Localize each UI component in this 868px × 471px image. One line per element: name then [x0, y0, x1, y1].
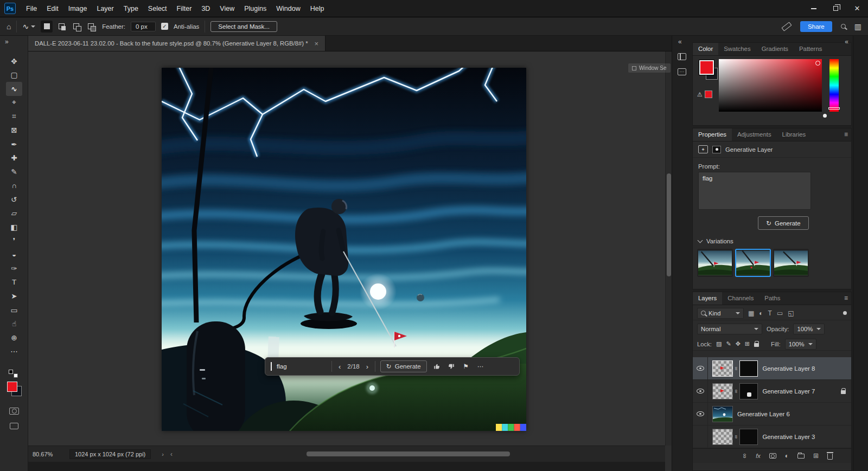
close-button[interactable]: ✕ — [846, 0, 868, 17]
thumbs-up-icon[interactable] — [432, 363, 442, 370]
gradient-tool[interactable]: ◧ — [6, 220, 22, 234]
add-to-selection-button[interactable] — [55, 21, 67, 33]
tab-swatches[interactable]: Swatches — [718, 43, 756, 55]
gamut-warning[interactable]: ⚠ — [697, 91, 712, 98]
visibility-toggle[interactable] — [693, 357, 708, 379]
color-picker-marker[interactable] — [815, 61, 820, 66]
filter-toggle-icon[interactable] — [843, 311, 847, 315]
layer-mask-thumbnail[interactable] — [739, 360, 758, 377]
lock-position-icon[interactable]: ✥ — [736, 340, 741, 347]
layer-thumbnail[interactable] — [712, 360, 733, 377]
visibility-toggle[interactable] — [693, 380, 708, 402]
generate-button[interactable]: ↻ Generate — [380, 360, 427, 372]
horizontal-scrollbar[interactable] — [191, 451, 660, 457]
tab-adjustments[interactable]: Adjustments — [732, 128, 777, 141]
tab-gradients[interactable]: Gradients — [756, 43, 794, 55]
history-panel-icon[interactable] — [678, 53, 686, 60]
hue-slider-dot[interactable] — [823, 114, 827, 118]
layer-row-generative-layer-6[interactable]: Generative Layer 6 — [693, 403, 851, 425]
previous-variation-button[interactable]: ‹ — [337, 363, 342, 371]
fill-select[interactable]: 100% — [785, 339, 816, 350]
hue-slider-marker[interactable] — [828, 107, 840, 109]
tab-channels[interactable]: Channels — [722, 292, 759, 305]
filter-smart-objects-icon[interactable]: ◱ — [788, 309, 794, 317]
comments-panel-icon[interactable]: ⋯ — [678, 68, 686, 75]
menu-window[interactable]: Window — [271, 0, 305, 17]
rectangle-tool[interactable]: ▭ — [6, 303, 22, 317]
expand-dock-icon[interactable]: « — [678, 38, 682, 46]
object-selection-tool[interactable]: ⌖ — [6, 96, 22, 110]
link-layers-icon[interactable]: ∞ — [741, 454, 749, 459]
filter-pixel-layers-icon[interactable]: ▦ — [748, 309, 754, 317]
status-options-chevron[interactable]: › — [162, 451, 164, 457]
rectangular-marquee-tool[interactable]: ▢ — [6, 68, 22, 82]
next-variation-button[interactable]: › — [365, 363, 370, 371]
layer-name[interactable]: Generative Layer 8 — [762, 365, 815, 372]
pen-tool[interactable]: ✑ — [6, 262, 22, 276]
variations-header[interactable]: Variations — [698, 238, 733, 244]
visibility-toggle-hidden[interactable] — [693, 425, 708, 448]
saturation-brightness-field[interactable] — [719, 59, 822, 112]
type-tool[interactable]: T — [6, 275, 22, 289]
layer-thumbnail[interactable] — [712, 383, 733, 399]
hand-tool[interactable]: ☝ — [6, 317, 22, 331]
panel-menu-icon[interactable]: ≡ — [844, 294, 848, 302]
dodge-tool[interactable]: ◒ — [6, 248, 22, 262]
brush-tool[interactable]: ✎ — [6, 165, 22, 179]
collapse-panels-icon[interactable]: « — [845, 38, 848, 46]
vertical-scrollbar-thumb[interactable] — [667, 173, 671, 276]
share-button[interactable]: Share — [800, 21, 832, 32]
feather-input[interactable]: 0 px — [131, 22, 156, 31]
layer-name[interactable]: Generative Layer 3 — [762, 434, 815, 440]
filter-shape-layers-icon[interactable]: ▭ — [777, 309, 783, 317]
eraser-tool[interactable]: ▱ — [6, 207, 22, 221]
blur-tool[interactable]: ❜ — [6, 234, 22, 248]
menu-plugins[interactable]: Plugins — [239, 0, 271, 17]
tab-layers[interactable]: Layers — [693, 292, 722, 305]
more-options-icon[interactable]: ⋯ — [476, 363, 486, 370]
thumbs-down-icon[interactable] — [446, 363, 456, 370]
more-tools-button[interactable]: ⋯ — [6, 345, 22, 359]
menu-help[interactable]: Help — [305, 0, 329, 17]
lasso-tool[interactable]: ∿ — [6, 82, 22, 96]
anti-alias-checkbox[interactable]: ✓ — [161, 23, 168, 30]
foreground-color-swatch[interactable] — [7, 382, 17, 392]
layer-mask-thumbnail[interactable] — [739, 383, 758, 399]
menu-layer[interactable]: Layer — [92, 0, 118, 17]
crop-tool[interactable]: ⌗ — [6, 109, 22, 124]
current-tool-button[interactable]: ∿ — [22, 22, 35, 31]
tab-libraries[interactable]: Libraries — [777, 128, 812, 141]
lock-all-icon[interactable] — [754, 343, 759, 347]
workspace-switcher-icon[interactable]: ▥ — [854, 22, 861, 31]
new-group-icon[interactable] — [797, 454, 805, 459]
home-icon[interactable]: ⌂ — [7, 22, 11, 31]
minimize-button[interactable] — [803, 0, 825, 17]
lock-artboard-icon[interactable]: ⊞ — [745, 340, 750, 347]
layer-row-generative-layer-3[interactable]: ∞ Generative Layer 3 — [693, 425, 851, 448]
path-selection-tool[interactable]: ➤ — [6, 289, 22, 304]
horizontal-scrollbar-thumb[interactable] — [307, 451, 510, 456]
menu-view[interactable]: View — [215, 0, 239, 17]
layer-thumbnail[interactable] — [712, 429, 733, 445]
layer-row-generative-layer-8[interactable]: ∞ Generative Layer 8 — [693, 357, 851, 380]
zoom-tool[interactable]: ⊕ — [6, 331, 22, 345]
visibility-toggle[interactable] — [693, 403, 708, 425]
clone-stamp-tool[interactable]: ∩ — [6, 179, 22, 193]
menu-filter[interactable]: Filter — [172, 0, 197, 17]
canvas-artwork[interactable] — [162, 68, 526, 431]
menu-3d[interactable]: 3D — [196, 0, 215, 17]
scroll-left-arrow[interactable]: ‹ — [170, 450, 173, 458]
variation-thumbnail-3[interactable] — [773, 249, 809, 277]
new-layer-icon[interactable]: ⊞ — [813, 452, 819, 460]
quick-mask-icon[interactable] — [9, 408, 19, 415]
report-flag-icon[interactable]: ⚑ — [461, 363, 471, 370]
variation-thumbnail-1[interactable] — [697, 249, 733, 277]
tab-paths[interactable]: Paths — [759, 292, 786, 305]
tab-color[interactable]: Color — [693, 43, 718, 55]
search-icon[interactable] — [841, 24, 846, 29]
layer-mask-thumbnail[interactable] — [739, 429, 758, 445]
menu-image[interactable]: Image — [63, 0, 92, 17]
ruler-icon[interactable] — [782, 22, 792, 31]
move-tool[interactable]: ✥ — [6, 54, 22, 68]
delete-layer-icon[interactable] — [827, 454, 833, 460]
